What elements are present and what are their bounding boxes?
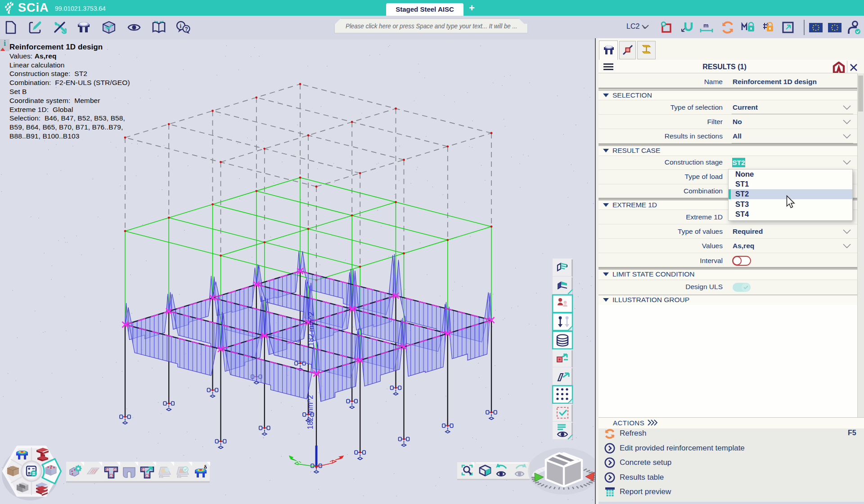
svg-text:182 mm^2: 182 mm^2 — [307, 312, 315, 346]
svg-text:m: m — [703, 22, 709, 29]
svg-text:δ: δ — [204, 464, 207, 470]
svg-text:182 mm^2: 182 mm^2 — [306, 395, 314, 429]
